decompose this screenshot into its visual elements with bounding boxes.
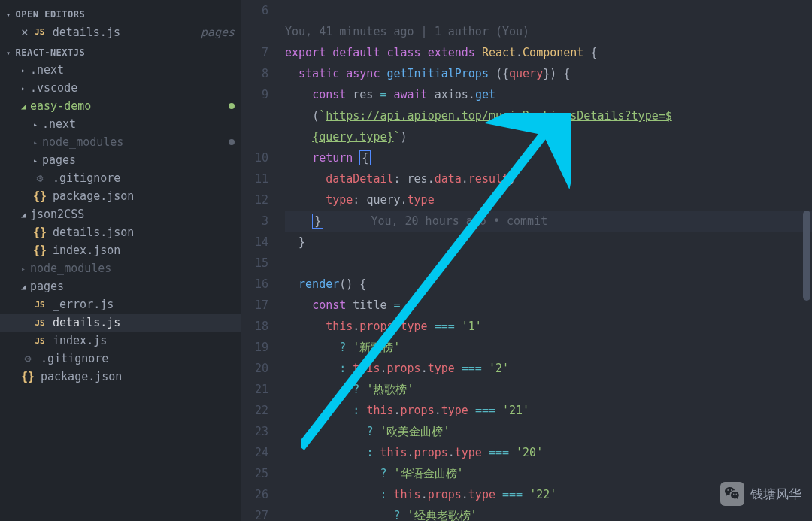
js-file-icon: JS — [33, 300, 47, 310]
chevron-down-icon: ◢ — [21, 102, 30, 111]
chevron-right-icon: ▸ — [21, 84, 30, 92]
file-easy-demo-package[interactable]: {} package.json — [0, 187, 241, 205]
folder-node-modules[interactable]: ▸ node_modules — [0, 259, 241, 277]
chevron-down-icon: ◢ — [21, 283, 30, 291]
ignored-dot-icon — [229, 139, 235, 145]
folder-easy-demo[interactable]: ◢ easy-demo — [0, 97, 241, 115]
folder-next[interactable]: ▸ .next — [0, 61, 241, 79]
folder-easy-demo-pages[interactable]: ▸ pages — [0, 151, 241, 169]
code-content[interactable]: You, 41 minutes ago | 1 author (You) exp… — [282, 0, 812, 521]
file-easy-demo-gitignore[interactable]: ⚙ .gitignore — [0, 169, 241, 187]
folder-easy-demo-next[interactable]: ▸ .next — [0, 115, 241, 133]
watermark: 钱塘风华 — [720, 482, 801, 506]
js-file-icon: JS — [33, 318, 47, 328]
modified-dot-icon — [229, 103, 235, 109]
watermark-text: 钱塘风华 — [750, 486, 801, 503]
gear-icon: ⚙ — [33, 171, 47, 185]
chevron-right-icon: ▸ — [21, 66, 30, 74]
close-icon[interactable]: × — [21, 25, 29, 39]
editor-scrollbar[interactable] — [803, 211, 810, 301]
file-error-js[interactable]: JS _error.js — [0, 295, 241, 314]
json-file-icon: {} — [33, 244, 47, 257]
workspace-header[interactable]: ▾ REACT-NEXTJS — [0, 44, 241, 61]
file-index-js[interactable]: JS index.js — [0, 332, 241, 350]
file-details-json[interactable]: {} details.json — [0, 223, 241, 241]
file-details-js[interactable]: JS details.js — [0, 314, 241, 332]
chevron-down-icon: ◢ — [21, 211, 30, 219]
folder-easy-demo-node-modules[interactable]: ▸ node_modules — [0, 133, 241, 151]
wechat-icon — [720, 482, 744, 506]
json-file-icon: {} — [33, 226, 47, 239]
open-editors-header[interactable]: ▾ OPEN EDITORS — [0, 6, 241, 23]
js-file-icon: JS — [33, 27, 47, 37]
git-blame-inline: You, 20 hours ago • commit — [371, 214, 547, 228]
folder-vscode[interactable]: ▸ .vscode — [0, 79, 241, 97]
file-gitignore[interactable]: ⚙ .gitignore — [0, 350, 241, 368]
gear-icon: ⚙ — [21, 352, 35, 365]
git-blame-top: You, 41 minutes ago | 1 author (You) — [285, 21, 812, 42]
folder-pages[interactable]: ◢ pages — [0, 277, 241, 295]
line-gutter: 678910111231415161718192021222324252627 — [241, 0, 282, 521]
chevron-right-icon: ▸ — [33, 138, 42, 147]
js-file-icon: JS — [33, 336, 47, 346]
chevron-down-icon: ▾ — [6, 49, 11, 57]
chevron-right-icon: ▸ — [21, 265, 30, 273]
open-editor-item[interactable]: × JS details.js pages — [0, 23, 241, 41]
code-editor[interactable]: 678910111231415161718192021222324252627 … — [241, 0, 812, 521]
sidebar: ▾ OPEN EDITORS × JS details.js pages ▾ R… — [0, 0, 241, 521]
folder-json2css[interactable]: ◢ json2CSS — [0, 205, 241, 223]
chevron-down-icon: ▾ — [6, 11, 11, 19]
file-package-json[interactable]: {} package.json — [0, 368, 241, 386]
file-index-json[interactable]: {} index.json — [0, 241, 241, 259]
chevron-right-icon: ▸ — [33, 120, 42, 129]
json-file-icon: {} — [21, 370, 35, 383]
chevron-right-icon: ▸ — [33, 156, 42, 165]
json-file-icon: {} — [33, 189, 47, 203]
